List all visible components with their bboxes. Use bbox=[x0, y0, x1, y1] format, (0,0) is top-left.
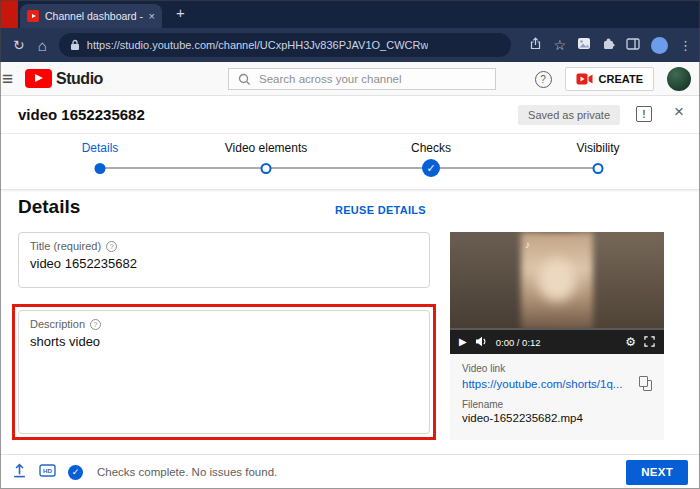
browser-window: Channel dashboard - YouTube St × + ↻ ⌂ h… bbox=[0, 0, 700, 489]
filename-value: video-1652235682.mp4 bbox=[462, 412, 652, 424]
url-text: https://studio.youtube.com/channel/UCxpH… bbox=[87, 39, 429, 51]
create-video-icon bbox=[576, 73, 593, 85]
checks-status-text: Checks complete. No issues found. bbox=[97, 466, 277, 478]
step-label-details[interactable]: Details bbox=[82, 141, 119, 155]
youtube-logo[interactable] bbox=[25, 69, 52, 88]
stepper-line bbox=[100, 167, 598, 169]
title-input-value[interactable]: video 1652235682 bbox=[30, 256, 418, 271]
description-help-icon[interactable]: ? bbox=[90, 319, 101, 330]
video-info-panel: Video link https://youtube.com/shorts/1q… bbox=[450, 354, 664, 440]
new-tab-button[interactable]: + bbox=[176, 4, 185, 21]
description-field[interactable]: Description ? shorts video bbox=[18, 310, 430, 434]
channel-search[interactable] bbox=[228, 68, 496, 90]
video-thumbnail: ♪ bbox=[450, 232, 664, 330]
play-button[interactable]: ▶ bbox=[459, 337, 467, 347]
description-field-label-row: Description ? bbox=[30, 318, 418, 330]
checks-complete-icon: ✓ bbox=[68, 465, 83, 480]
step-label-video-elements[interactable]: Video elements bbox=[225, 141, 308, 155]
tab-title: Channel dashboard - YouTube St bbox=[45, 10, 143, 22]
browser-tab[interactable]: Channel dashboard - YouTube St × bbox=[20, 4, 162, 28]
title-field-label-row: Title (required) ? bbox=[30, 240, 418, 252]
step-check-checks[interactable]: ✓ bbox=[422, 159, 440, 177]
filename-label: Filename bbox=[462, 399, 652, 410]
progress-bar[interactable] bbox=[450, 328, 664, 330]
video-link-label: Video link bbox=[462, 363, 652, 374]
extension-image-icon[interactable] bbox=[577, 36, 591, 54]
video-player: ♪ ▶ 0:00 / 0:12 ⚙ bbox=[450, 232, 664, 354]
browser-menu-icon[interactable]: ⋮ bbox=[679, 39, 692, 52]
copy-icon[interactable] bbox=[639, 376, 652, 391]
browser-toolbar: ↻ ⌂ https://studio.youtube.com/channel/U… bbox=[0, 28, 700, 62]
step-label-checks[interactable]: Checks bbox=[411, 141, 451, 155]
studio-wordmark: Studio bbox=[56, 70, 103, 88]
section-heading: Details bbox=[18, 196, 80, 218]
menu-hamburger-icon[interactable]: ≡ bbox=[2, 69, 13, 88]
search-icon bbox=[238, 73, 251, 86]
extensions-puzzle-icon[interactable] bbox=[602, 36, 615, 54]
toolbar-actions: ☆ ⋮ bbox=[529, 36, 692, 54]
video-details-dialog: video 1652235682 Saved as private ! × De… bbox=[0, 96, 700, 489]
tiktok-logo: ♪ bbox=[525, 239, 530, 250]
home-icon[interactable]: ⌂ bbox=[38, 38, 47, 53]
feedback-icon[interactable]: ! bbox=[636, 106, 652, 122]
reuse-details-button[interactable]: REUSE DETAILS bbox=[335, 204, 426, 216]
playback-time: 0:00 / 0:12 bbox=[496, 337, 541, 348]
player-controls: ▶ 0:00 / 0:12 ⚙ bbox=[450, 330, 664, 354]
dialog-footer: HD ✓ Checks complete. No issues found. N… bbox=[0, 454, 700, 489]
description-field-label: Description bbox=[30, 318, 85, 330]
step-dot-visibility[interactable] bbox=[593, 163, 604, 174]
stepper: Details Video elements Checks Visibility… bbox=[0, 134, 700, 190]
dialog-title: video 1652235682 bbox=[18, 106, 145, 123]
title-help-icon[interactable]: ? bbox=[106, 241, 117, 252]
next-button[interactable]: NEXT bbox=[626, 460, 688, 485]
step-dot-details[interactable] bbox=[95, 163, 106, 174]
video-link-row: https://youtube.com/shorts/1q... bbox=[462, 376, 652, 391]
thumbnail-face-blur bbox=[538, 259, 577, 300]
svg-text:HD: HD bbox=[43, 467, 52, 474]
step-dot-video-elements[interactable] bbox=[261, 163, 272, 174]
saved-status-badge: Saved as private bbox=[518, 105, 620, 125]
search-input[interactable] bbox=[259, 73, 486, 85]
create-button-label: CREATE bbox=[599, 73, 643, 85]
browser-tab-bar: Channel dashboard - YouTube St × + bbox=[0, 0, 700, 28]
video-link[interactable]: https://youtube.com/shorts/1q... bbox=[462, 378, 631, 390]
step-label-visibility[interactable]: Visibility bbox=[576, 141, 619, 155]
studio-header: ≡ Studio ? CREATE bbox=[0, 62, 700, 96]
dialog-header: video 1652235682 Saved as private ! × bbox=[0, 96, 700, 134]
tab-close-icon[interactable]: × bbox=[149, 11, 155, 22]
reload-icon[interactable]: ↻ bbox=[13, 38, 25, 52]
settings-gear-icon[interactable]: ⚙ bbox=[625, 336, 636, 348]
share-icon[interactable] bbox=[529, 36, 542, 54]
description-input-value[interactable]: shorts video bbox=[30, 334, 418, 349]
create-button[interactable]: CREATE bbox=[565, 67, 654, 91]
title-field[interactable]: Title (required) ? video 1652235682 bbox=[18, 232, 430, 288]
youtube-studio-favicon bbox=[27, 10, 39, 22]
address-bar[interactable]: https://studio.youtube.com/channel/UCxpH… bbox=[59, 33, 511, 57]
help-icon[interactable]: ? bbox=[535, 71, 552, 88]
recording-indicator bbox=[0, 0, 18, 28]
title-field-label: Title (required) bbox=[30, 240, 101, 252]
studio-header-actions: ? CREATE bbox=[535, 62, 691, 96]
upload-status-icon bbox=[12, 463, 27, 482]
browser-profile-avatar[interactable] bbox=[651, 37, 668, 54]
side-panel-icon[interactable] bbox=[626, 36, 640, 54]
lock-icon bbox=[70, 39, 80, 51]
dialog-close-icon[interactable]: × bbox=[674, 103, 684, 120]
hd-status-icon: HD bbox=[39, 463, 56, 481]
bookmark-star-icon[interactable]: ☆ bbox=[553, 38, 566, 52]
account-avatar[interactable] bbox=[667, 67, 691, 91]
volume-icon[interactable] bbox=[475, 333, 488, 351]
fullscreen-icon[interactable] bbox=[644, 333, 655, 351]
